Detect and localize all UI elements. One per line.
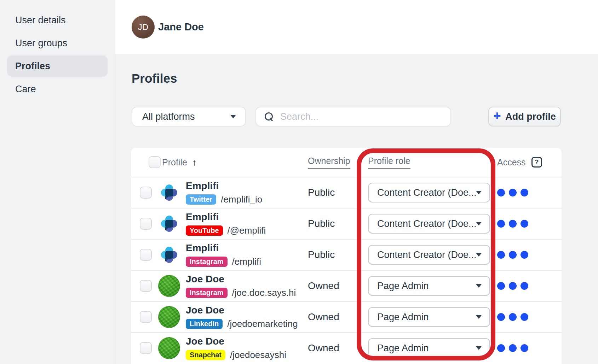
access-dots bbox=[497, 251, 562, 259]
profile-role-dropdown[interactable]: Content Creator (Doe... bbox=[368, 245, 490, 265]
row-checkbox[interactable] bbox=[140, 218, 152, 230]
profiles-table: Profile ↑ Ownership Profile role Access … bbox=[131, 148, 562, 364]
help-icon[interactable]: ? bbox=[531, 157, 542, 168]
profile-handle: /@emplifi bbox=[228, 225, 266, 236]
profile-role-value: Content Creator (Doe... bbox=[377, 218, 476, 229]
row-checkbox[interactable] bbox=[140, 311, 152, 323]
platform-badge: Twitter bbox=[186, 194, 216, 205]
ownership-value: Public bbox=[308, 249, 368, 260]
emplifi-logo-icon bbox=[161, 216, 177, 232]
search-box[interactable] bbox=[255, 107, 451, 127]
access-dot bbox=[521, 344, 528, 352]
chevron-down-icon bbox=[476, 253, 482, 257]
add-profile-label: Add profile bbox=[505, 111, 556, 122]
profile-handle: /emplifi bbox=[232, 256, 261, 267]
platform-filter-value: All platforms bbox=[142, 111, 230, 122]
table-row: Emplifi YouTube /@emplifi Public Content… bbox=[131, 208, 562, 239]
chevron-down-icon bbox=[476, 191, 482, 194]
column-header-profile[interactable]: Profile bbox=[162, 157, 187, 168]
platform-filter-dropdown[interactable]: All platforms bbox=[132, 107, 246, 127]
user-name: Jane Doe bbox=[158, 0, 204, 54]
access-dot bbox=[509, 313, 517, 321]
sidebar-item-care[interactable]: Care bbox=[7, 78, 108, 100]
access-dot bbox=[509, 344, 517, 352]
table-row: Joe Doe LinkedIn /joedoemarketing Owned … bbox=[131, 301, 562, 332]
ownership-value: Owned bbox=[308, 311, 368, 323]
row-checkbox[interactable] bbox=[140, 187, 152, 199]
access-dot bbox=[521, 220, 528, 228]
row-checkbox[interactable] bbox=[140, 280, 152, 292]
profile-role-value: Page Admin bbox=[377, 312, 429, 323]
select-all-checkbox[interactable] bbox=[149, 156, 161, 168]
access-dot bbox=[497, 220, 505, 228]
chevron-down-icon bbox=[476, 315, 482, 319]
access-dot bbox=[509, 189, 517, 196]
table-body: Emplifi Twitter /emplifi_io Public Conte… bbox=[131, 177, 562, 363]
avatar: JD bbox=[132, 16, 155, 39]
profile-handle: /joedoemarketing bbox=[227, 318, 298, 329]
access-dot bbox=[497, 189, 505, 196]
chevron-down-icon bbox=[230, 115, 236, 118]
sort-arrow-up-icon[interactable]: ↑ bbox=[192, 157, 197, 168]
ownership-value: Owned bbox=[308, 280, 368, 292]
access-dots bbox=[497, 344, 562, 352]
chevron-down-icon bbox=[476, 346, 482, 350]
sidebar-item-user-details[interactable]: User details bbox=[7, 10, 108, 31]
ownership-value: Owned bbox=[308, 342, 368, 354]
profile-role-dropdown[interactable]: Content Creator (Doe... bbox=[368, 214, 490, 234]
platform-badge: Instagram bbox=[186, 288, 228, 298]
access-dot bbox=[509, 220, 517, 228]
column-header-profile-role[interactable]: Profile role bbox=[368, 156, 410, 169]
table-row: Emplifi Instagram /emplifi Public Conten… bbox=[131, 239, 562, 270]
platform-badge: LinkedIn bbox=[186, 319, 223, 329]
profile-avatar bbox=[158, 244, 180, 266]
profile-role-dropdown[interactable]: Page Admin bbox=[368, 276, 490, 296]
profile-role-value: Content Creator (Doe... bbox=[377, 187, 476, 198]
add-profile-button[interactable]: + Add profile bbox=[488, 107, 561, 127]
table-header-row: Profile ↑ Ownership Profile role Access … bbox=[131, 148, 562, 177]
access-dots bbox=[497, 189, 562, 196]
profile-role-dropdown[interactable]: Page Admin bbox=[368, 338, 490, 358]
sidebar-item-profiles[interactable]: Profiles bbox=[7, 55, 108, 77]
table-row: Joe Doe Snapchat /joedoesayshi Owned Pag… bbox=[131, 332, 562, 363]
platform-badge: Instagram bbox=[186, 257, 228, 267]
profile-role-value: Content Creator (Doe... bbox=[377, 249, 476, 260]
access-dot bbox=[521, 282, 528, 290]
access-dot bbox=[497, 344, 505, 352]
profile-role-value: Page Admin bbox=[377, 343, 429, 354]
search-icon bbox=[265, 112, 273, 121]
emplifi-logo-icon bbox=[161, 247, 177, 263]
profile-name: Joe Doe bbox=[186, 336, 286, 347]
profiles-page: User detailsUser groupsProfilesCare JD J… bbox=[0, 0, 598, 364]
profile-avatar bbox=[158, 275, 180, 297]
ownership-value: Public bbox=[308, 218, 368, 229]
profile-avatar bbox=[158, 306, 180, 328]
user-header: JD Jane Doe bbox=[115, 0, 598, 54]
profile-role-dropdown[interactable]: Content Creator (Doe... bbox=[368, 183, 490, 202]
access-dots bbox=[497, 313, 562, 321]
emplifi-logo-icon bbox=[161, 184, 177, 201]
platform-badge: YouTube bbox=[186, 225, 223, 236]
profile-name: Emplifi bbox=[186, 242, 261, 254]
profile-avatar bbox=[158, 182, 180, 204]
chevron-down-icon bbox=[476, 222, 482, 225]
profile-role-value: Page Admin bbox=[377, 281, 429, 292]
profile-avatar bbox=[158, 337, 180, 359]
access-dots bbox=[497, 282, 562, 290]
sidebar-item-user-groups[interactable]: User groups bbox=[7, 33, 108, 54]
table-row: Joe Doe Instagram /joe.doe.says.hi Owned… bbox=[131, 270, 562, 301]
access-dot bbox=[521, 189, 528, 196]
profile-name: Emplifi bbox=[186, 180, 262, 192]
column-header-access: Access bbox=[497, 157, 526, 168]
access-dot bbox=[509, 251, 517, 259]
row-checkbox[interactable] bbox=[140, 342, 152, 354]
search-input[interactable] bbox=[280, 111, 442, 122]
access-dots bbox=[497, 220, 562, 228]
column-header-ownership[interactable]: Ownership bbox=[308, 156, 350, 169]
profile-avatar bbox=[158, 213, 180, 235]
row-checkbox[interactable] bbox=[140, 249, 152, 261]
access-dot bbox=[497, 251, 505, 259]
profile-role-dropdown[interactable]: Page Admin bbox=[368, 307, 490, 327]
table-row: Emplifi Twitter /emplifi_io Public Conte… bbox=[131, 177, 562, 208]
chevron-down-icon bbox=[476, 284, 482, 288]
